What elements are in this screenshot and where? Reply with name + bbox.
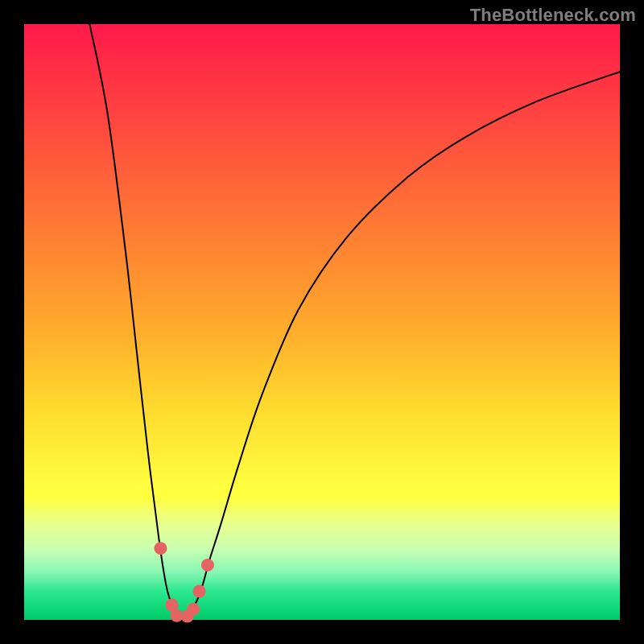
marker-group — [154, 542, 213, 622]
data-point — [201, 559, 214, 572]
plot-area — [24, 24, 620, 620]
data-point — [187, 603, 200, 616]
bottleneck-curve — [89, 24, 620, 617]
chart-svg — [24, 24, 620, 620]
data-point — [193, 584, 206, 597]
data-point — [154, 542, 167, 555]
watermark: TheBottleneck.com — [470, 5, 636, 26]
